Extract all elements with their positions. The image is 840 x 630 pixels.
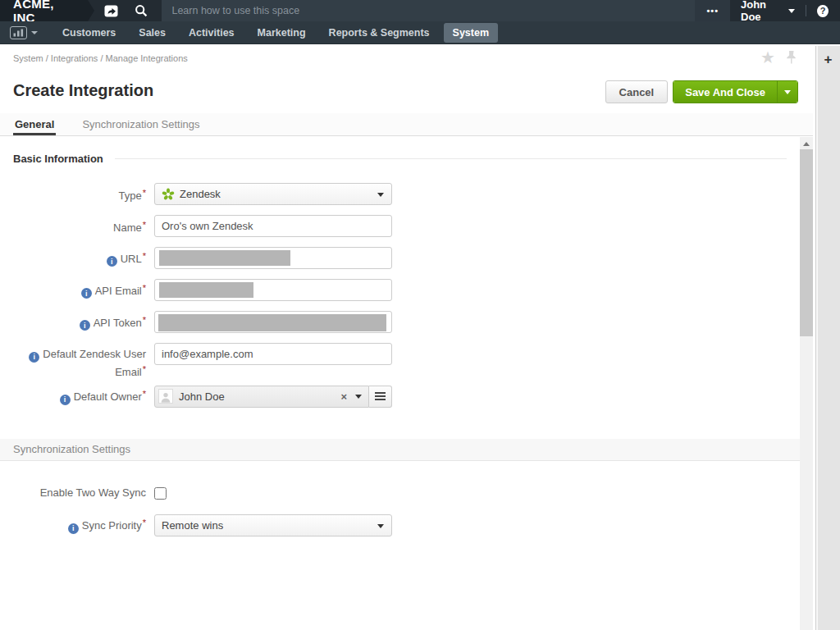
sync-priority-value: Remote wins xyxy=(162,519,223,532)
default-owner-label: iDefault Owner* xyxy=(0,387,146,405)
hamburger-icon xyxy=(375,392,386,400)
sidebar-panel: + xyxy=(815,46,840,630)
tab-bar: General Synchronization Settings xyxy=(0,113,813,136)
more-menu-button[interactable]: ••• xyxy=(695,0,730,21)
chevron-down-icon xyxy=(784,90,791,94)
info-icon[interactable]: i xyxy=(29,352,39,363)
nav-item-activities[interactable]: Activities xyxy=(180,23,244,43)
avatar xyxy=(158,389,173,404)
topbar-search-placeholder: Learn how to use this space xyxy=(171,5,299,16)
help-button[interactable]: ? xyxy=(817,5,829,17)
api-token-label: iAPI Token* xyxy=(0,313,146,331)
url-input[interactable] xyxy=(154,247,392,269)
scroll-up-button[interactable] xyxy=(800,137,813,149)
redacted-value xyxy=(159,250,290,266)
form-row-api-token: iAPI Token* xyxy=(0,311,800,333)
bar-chart-icon xyxy=(10,26,27,39)
two-way-sync-label: Enable Two Way Sync xyxy=(0,486,146,500)
breadcrumb[interactable]: System / Integrations / Manage Integrati… xyxy=(13,53,188,63)
nav-item-sales[interactable]: Sales xyxy=(130,23,175,43)
add-sidebar-widget-button[interactable]: + xyxy=(821,52,836,68)
info-icon[interactable]: i xyxy=(60,395,71,405)
info-icon[interactable]: i xyxy=(107,256,117,267)
default-user-email-label: iDefault Zendesk User Email* xyxy=(0,343,146,379)
two-way-sync-checkbox[interactable] xyxy=(154,487,167,500)
dashboards-menu-button[interactable] xyxy=(10,26,38,39)
page-title: Create Integration xyxy=(13,81,153,100)
form-row-default-owner: iDefault Owner* John Doe × xyxy=(0,386,800,408)
scrollbar-thumb[interactable] xyxy=(800,149,813,336)
url-label: iURL* xyxy=(0,249,146,267)
type-select-value: Zendesk xyxy=(180,188,221,200)
tab-general[interactable]: General xyxy=(13,113,56,135)
section-synchronization-settings: Synchronization Settings xyxy=(0,439,800,461)
form-row-two-way-sync: Enable Two Way Sync xyxy=(0,482,800,504)
nav-item-customers[interactable]: Customers xyxy=(53,23,125,43)
content-scrollbar[interactable] xyxy=(800,137,813,630)
search-icon[interactable] xyxy=(135,4,148,17)
required-marker: * xyxy=(143,220,146,230)
logo-arrow-decoration xyxy=(88,0,94,21)
type-select[interactable]: Zendesk xyxy=(154,183,392,205)
help-glyph: ? xyxy=(820,6,826,16)
brand-logo[interactable]: ACME, INC xyxy=(0,0,88,21)
redacted-value xyxy=(158,314,386,331)
default-user-email-input[interactable] xyxy=(154,343,392,365)
default-owner-control: John Doe × xyxy=(154,386,392,408)
default-owner-select[interactable]: John Doe × xyxy=(154,386,369,408)
topbar-search-input[interactable]: Learn how to use this space xyxy=(162,0,695,21)
form-body: Type* Zendesk Name* iUR xyxy=(0,183,800,536)
form-row-default-user-email: iDefault Zendesk User Email* xyxy=(0,343,800,379)
tab-synchronization-settings[interactable]: Synchronization Settings xyxy=(80,113,201,135)
save-options-dropdown[interactable] xyxy=(777,81,797,103)
page-actions: Cancel Save And Close xyxy=(605,80,798,103)
main-nav: Customers Sales Activities Marketing Rep… xyxy=(0,21,840,44)
required-marker: * xyxy=(143,389,146,399)
required-marker: * xyxy=(143,251,146,261)
info-icon[interactable]: i xyxy=(68,523,79,534)
cancel-button[interactable]: Cancel xyxy=(605,80,669,103)
required-marker: * xyxy=(143,283,146,293)
type-label: Type* xyxy=(0,186,146,203)
redacted-value xyxy=(159,282,253,298)
topbar-right-cluster: ••• John Doe ? xyxy=(695,0,840,21)
required-marker: * xyxy=(143,315,146,325)
required-marker: * xyxy=(143,364,146,374)
required-marker: * xyxy=(143,518,146,527)
favorite-actions: ★ xyxy=(760,49,797,66)
form-area: Basic Information Type* Zendesk Name* xyxy=(0,137,800,630)
form-row-url: iURL* xyxy=(0,247,800,269)
clear-selection-icon[interactable]: × xyxy=(340,390,347,403)
name-input[interactable] xyxy=(154,215,392,237)
chevron-down-icon xyxy=(377,193,384,197)
info-icon[interactable]: i xyxy=(81,288,92,299)
user-menu[interactable]: John Doe xyxy=(730,0,806,23)
save-and-close-button[interactable]: Save And Close xyxy=(673,81,777,103)
api-email-input[interactable] xyxy=(154,279,392,301)
form-row-name: Name* xyxy=(0,215,800,237)
nav-item-reports-segments[interactable]: Reports & Segments xyxy=(320,23,439,43)
pin-icon[interactable] xyxy=(785,50,797,65)
section-basic-information: Basic Information xyxy=(13,153,787,165)
sync-priority-select[interactable]: Remote wins xyxy=(154,514,392,536)
info-icon[interactable]: i xyxy=(80,320,90,331)
section-title: Synchronization Settings xyxy=(13,443,130,455)
owner-list-button[interactable] xyxy=(369,386,392,408)
favorite-star-icon[interactable]: ★ xyxy=(760,49,775,66)
chevron-down-icon xyxy=(788,9,795,13)
api-email-label: iAPI Email* xyxy=(0,281,146,299)
user-name: John Doe xyxy=(741,0,783,23)
save-button-group: Save And Close xyxy=(673,80,798,103)
default-owner-value: John Doe xyxy=(179,390,225,403)
quick-launchpad-icon[interactable] xyxy=(104,5,118,17)
nav-item-system[interactable]: System xyxy=(444,23,498,43)
name-label: Name* xyxy=(0,218,146,235)
required-marker: * xyxy=(143,188,146,198)
zendesk-icon xyxy=(162,188,175,201)
chevron-down-icon xyxy=(377,524,384,528)
sync-priority-label: iSync Priority* xyxy=(0,516,146,534)
nav-item-marketing[interactable]: Marketing xyxy=(249,23,315,43)
form-row-sync-priority: iSync Priority* Remote wins xyxy=(0,514,800,536)
topbar-divider xyxy=(806,5,806,16)
api-token-input[interactable] xyxy=(154,311,392,333)
